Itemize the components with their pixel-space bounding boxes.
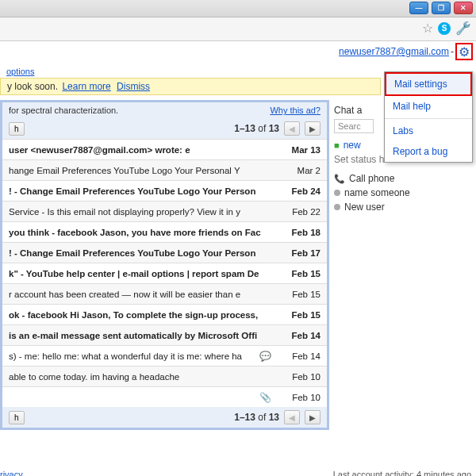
message-date: Feb 10 bbox=[276, 372, 321, 382]
message-snippet: k" - YouTube help center | e-mail option… bbox=[9, 269, 276, 278]
settings-dropdown: Mail settings Mail help Labs Report a bu… bbox=[384, 71, 473, 163]
status-dot-offline-icon bbox=[334, 204, 340, 210]
message-snippet: Service - Is this email not displaying p… bbox=[9, 207, 276, 217]
message-snippet: ! - Change Email Preferences YouTube Log… bbox=[9, 186, 276, 196]
table-row[interactable]: k" - YouTube help center | e-mail option… bbox=[2, 263, 327, 283]
menu-mail-settings[interactable]: Mail settings bbox=[385, 72, 472, 96]
phone-icon: 📞 bbox=[334, 174, 345, 184]
message-date: Feb 15 bbox=[276, 310, 321, 320]
message-date: Feb 14 bbox=[276, 351, 321, 361]
message-date: Feb 15 bbox=[276, 290, 321, 299]
message-date: Feb 14 bbox=[276, 331, 321, 340]
message-count-bottom: 1–13 of 13 bbox=[234, 412, 279, 423]
older-button-bottom[interactable]: ◀ bbox=[284, 410, 300, 424]
table-row[interactable]: you think - facebook Jason, you have mor… bbox=[2, 221, 327, 242]
table-row[interactable]: user <newuser7887@gmail.com> wrote: eMar… bbox=[2, 139, 327, 159]
chat-search-input[interactable]: Searc bbox=[334, 119, 374, 133]
message-date: Feb 18 bbox=[276, 228, 321, 237]
notice-text: y look soon. bbox=[7, 81, 58, 92]
camera-icon: ■ bbox=[334, 140, 340, 150]
table-row[interactable]: ok - facebook Hi Jason, To complete the … bbox=[2, 304, 327, 324]
table-row[interactable]: 📎Feb 10 bbox=[2, 386, 327, 407]
table-row[interactable]: able to come today. im having a headache… bbox=[2, 366, 327, 386]
message-date: Feb 10 bbox=[276, 393, 321, 402]
privacy-link[interactable]: rivacy bbox=[0, 470, 23, 476]
activity-text: Last account activity: 4 minutes ago bbox=[333, 470, 471, 476]
message-count: 1–13 of 13 bbox=[234, 123, 279, 134]
table-row[interactable]: Service - Is this email not displaying p… bbox=[2, 201, 327, 221]
menu-separator bbox=[385, 118, 472, 119]
browser-toolbar: ☆ S 🔧 bbox=[0, 17, 476, 41]
message-snippet: hange Email Preferences YouTube Logo You… bbox=[9, 166, 276, 175]
message-snippet: r account has been created — now it will… bbox=[9, 290, 276, 299]
message-date: Feb 15 bbox=[276, 269, 321, 278]
table-row[interactable]: is an e-mail message sent automatically … bbox=[2, 324, 327, 345]
table-row[interactable]: s) - me: hello me: what a wonderful day … bbox=[2, 345, 327, 366]
bookmark-star-icon[interactable]: ☆ bbox=[422, 21, 433, 36]
table-row[interactable]: ! - Change Email Preferences YouTube Log… bbox=[2, 242, 327, 263]
contact-new-user[interactable]: New user bbox=[334, 200, 471, 214]
options-link[interactable]: options bbox=[6, 67, 34, 76]
message-snippet: is an e-mail message sent automatically … bbox=[9, 331, 276, 340]
notice-banner: y look soon. Learn more Dismiss bbox=[0, 78, 381, 95]
message-snippet: you think - facebook Jason, you have mor… bbox=[9, 228, 276, 237]
message-snippet: ! - Change Email Preferences YouTube Log… bbox=[9, 248, 276, 258]
message-snippet: ok - facebook Hi Jason, To complete the … bbox=[9, 310, 276, 320]
dismiss-link[interactable]: Dismiss bbox=[117, 81, 150, 92]
toolbar-button-bottom[interactable]: h bbox=[9, 411, 25, 424]
message-snippet: s) - me: hello me: what a wonderful day … bbox=[9, 351, 255, 361]
message-date: Feb 17 bbox=[276, 248, 321, 258]
status-dot-offline-icon bbox=[334, 190, 340, 196]
attachment-icon: 📎 bbox=[259, 392, 271, 403]
wrench-icon[interactable]: 🔧 bbox=[455, 21, 471, 36]
older-button[interactable]: ◀ bbox=[284, 121, 300, 136]
newer-button[interactable]: ▶ bbox=[305, 121, 321, 136]
maximize-button[interactable]: ❐ bbox=[432, 2, 451, 14]
message-date: Mar 13 bbox=[276, 145, 321, 155]
message-date: Feb 22 bbox=[276, 207, 321, 217]
learn-more-link[interactable]: Learn more bbox=[62, 81, 110, 92]
toolbar-button[interactable]: h bbox=[9, 122, 25, 136]
table-row[interactable]: ! - Change Email Preferences YouTube Log… bbox=[2, 180, 327, 201]
menu-mail-help[interactable]: Mail help bbox=[385, 96, 472, 117]
contact-name-someone[interactable]: name someone bbox=[334, 186, 471, 200]
settings-gear-highlight: ⚙ bbox=[455, 43, 473, 60]
table-row[interactable]: r account has been created — now it will… bbox=[2, 283, 327, 304]
separator: - bbox=[451, 46, 454, 57]
menu-report-bug[interactable]: Report a bug bbox=[385, 141, 472, 162]
skype-icon[interactable]: S bbox=[438, 22, 451, 35]
mail-pane: for spectral characterization. Why this … bbox=[0, 100, 329, 430]
minimize-button[interactable]: — bbox=[409, 2, 428, 14]
newer-button-bottom[interactable]: ▶ bbox=[305, 410, 321, 424]
account-email[interactable]: newuser7887@gmail.com bbox=[339, 46, 449, 57]
why-this-ad-link[interactable]: Why this ad? bbox=[270, 106, 321, 115]
call-phone[interactable]: 📞 Call phone bbox=[334, 171, 471, 186]
message-date: Mar 2 bbox=[276, 166, 321, 175]
gear-icon[interactable]: ⚙ bbox=[459, 44, 470, 60]
message-date: Feb 24 bbox=[276, 186, 321, 196]
message-list: user <newuser7887@gmail.com> wrote: eMar… bbox=[2, 139, 327, 407]
account-bar: newuser7887@gmail.com - ⚙ bbox=[0, 41, 476, 65]
message-snippet: user <newuser7887@gmail.com> wrote: e bbox=[9, 145, 276, 155]
close-button[interactable]: ✕ bbox=[454, 2, 473, 14]
ad-text: for spectral characterization. bbox=[9, 106, 118, 115]
window-titlebar: — ❐ ✕ bbox=[0, 0, 476, 17]
chat-icon: 💬 bbox=[259, 351, 271, 362]
menu-labs[interactable]: Labs bbox=[385, 121, 472, 141]
message-snippet: able to come today. im having a headache bbox=[9, 372, 276, 382]
table-row[interactable]: hange Email Preferences YouTube Logo You… bbox=[2, 159, 327, 180]
